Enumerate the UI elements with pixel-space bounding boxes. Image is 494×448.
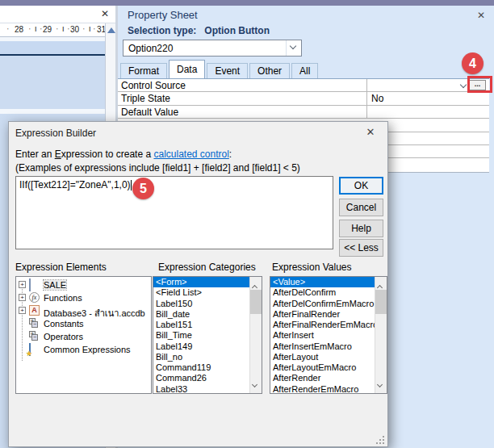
tree-item-common-expressions[interactable]: ★ Common Expressions [16,343,151,356]
common-expressions-icon: ★ [29,343,31,356]
scroll-up-icon[interactable] [107,27,115,33]
expression-elements-tree[interactable]: + SALE + fx Functions + A Database3 - สำ… [15,276,152,394]
list-item[interactable]: <Field List> [153,287,249,298]
tree-item-label[interactable]: Operators [44,332,83,341]
list-item[interactable]: Label151 [153,320,249,330]
ruler-tick: ' [83,27,85,34]
tab-data[interactable]: Data [169,60,205,78]
property-sheet-title: Property Sheet [128,9,198,21]
close-icon[interactable]: ✕ [363,125,378,140]
tree-item-operators[interactable]: +− Operators [16,330,151,343]
ruler-tick: ' [57,27,58,34]
list-item[interactable]: Bill_date [153,309,249,320]
list-item[interactable]: AfterRender [270,373,375,383]
control-selector-combobox[interactable]: Option220 [123,40,302,57]
expand-icon[interactable]: + [19,294,26,301]
expression-categories-list[interactable]: <Form> <Field List> Label150 Bill_date L… [153,276,262,394]
list-item[interactable]: AfterFinalRender [270,309,375,320]
expand-icon[interactable]: + [19,281,26,288]
list-item[interactable]: AfterInsertEmMacro [270,341,375,352]
help-button[interactable]: Help [339,220,383,237]
less-button[interactable]: << Less [339,239,383,257]
property-row-control-source[interactable]: Control Source ... [118,79,489,92]
scroll-down-icon[interactable] [378,378,382,389]
scroll-thumb[interactable] [250,290,262,314]
categories-label: Expression Categories [158,262,256,273]
tree-item-sale[interactable]: + SALE [16,278,151,291]
chevron-down-icon[interactable] [460,82,467,88]
property-value [367,106,489,118]
close-icon[interactable]: ✕ [98,7,111,20]
ruler-mark: 30 [70,25,79,34]
ruler-tick: I [62,25,65,33]
ruler-tick: I [89,25,91,33]
expression-input[interactable]: IIf([Text212]="ZoneA",1,0) [15,176,333,249]
list-item[interactable]: Label149 [153,341,249,352]
annotation-highlight-box [467,76,492,93]
cancel-button[interactable]: Cancel [339,199,383,216]
list-item[interactable]: AfterDelConfirmEmMacro [270,299,375,309]
instruction-text: Enter an Expression to create a calculat… [15,149,232,160]
tab-other[interactable]: Other [249,63,290,78]
examples-text: (Examples of expressions include [field1… [15,162,300,174]
list-item[interactable]: <Form> [153,277,249,287]
list-item[interactable]: Label33 [153,384,249,394]
ruler-mark: 29 [43,25,52,34]
vertical-scrollbar[interactable] [249,277,262,393]
list-item[interactable]: AfterLayoutEmMacro [270,362,375,373]
tab-format[interactable]: Format [120,63,167,78]
ruler-tick: ' [40,27,42,34]
tree-item-functions[interactable]: + fx Functions [16,291,151,304]
list-item[interactable]: Label150 [153,299,249,309]
list-item[interactable]: AfterFinalRenderEmMacro [270,320,375,330]
ruler-tick: I [35,25,37,33]
vertical-scrollbar[interactable] [375,277,387,393]
ruler-mark: 28 [15,25,23,34]
list-item[interactable]: Bill_Time [153,330,249,341]
window-top-edge [0,0,494,6]
tab-event[interactable]: Event [207,63,248,78]
chevron-down-icon[interactable] [286,40,301,56]
scroll-down-icon[interactable] [253,378,257,389]
list-item[interactable]: Command119 [153,362,249,373]
horizontal-ruler: ' 28 ' I ' 29 ' I ' 30 ' I ' 31 [0,23,106,37]
annotation-step-4: 4 [462,52,484,74]
ruler-tick: ' [68,27,69,34]
instruction-part: : [229,149,232,160]
selection-type-label: Selection type: [128,25,196,36]
list-item[interactable]: AfterRenderEmMacro [270,384,375,394]
ok-button[interactable]: OK [339,177,383,195]
expression-builder-dialog: Expression Builder ✕ Enter an Expression… [8,121,388,447]
list-item[interactable]: <Value> [270,277,375,287]
design-panel-header: ✕ [0,6,115,23]
expand-icon[interactable]: + [19,307,26,314]
tree-item-label[interactable]: Common Expressions [44,345,131,354]
property-row-triple-state[interactable]: Triple State No [118,92,489,105]
expression-values-list[interactable]: <Value> AfterDelConfirm AfterDelConfirmE… [270,276,387,394]
tree-item-label[interactable]: SALE [44,280,66,290]
list-item[interactable]: AfterDelConfirm [270,287,375,298]
form-grid-band [0,56,106,109]
tab-all[interactable]: All [291,63,318,78]
functions-icon: fx [29,292,40,303]
list-item[interactable]: Bill_no [153,352,249,362]
property-name: Triple State [118,92,367,104]
tree-item-database[interactable]: + A Database3 - สำเนา.accdb [16,304,151,317]
tree-item-label[interactable]: Functions [44,293,82,303]
selection-type-line: Selection type:Option Button [128,25,270,36]
scroll-thumb[interactable] [375,290,387,314]
tree-item-constants[interactable]: +− Constants [16,317,151,330]
access-database-icon: A [29,305,40,316]
close-icon[interactable]: ✕ [475,9,488,22]
ruler-tick: ' [94,27,95,34]
elements-label: Expression Elements [15,262,107,273]
list-item[interactable]: AfterLayout [270,352,375,362]
expression-text: IIf([Text212]="ZoneA",1,0) [19,179,131,191]
property-row-default-value[interactable]: Default Value [118,106,489,119]
control-selector-value: Option220 [128,43,173,54]
calculated-control-link[interactable]: calculated control [153,149,228,160]
list-item[interactable]: Command26 [153,373,249,383]
list-item[interactable]: AfterInsert [270,330,375,341]
tree-item-label[interactable]: Constants [44,319,84,329]
resize-grip[interactable] [376,436,384,444]
